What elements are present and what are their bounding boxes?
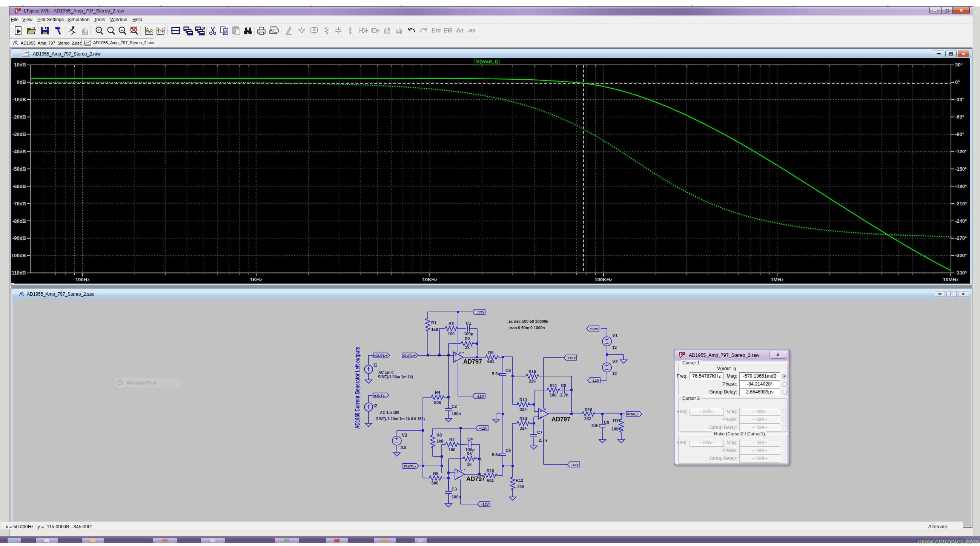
svg-text:−: − bbox=[120, 27, 123, 33]
svg-text:-90dB: -90dB bbox=[13, 235, 26, 241]
svg-text:−: − bbox=[464, 468, 466, 471]
svg-text:C6: C6 bbox=[506, 448, 511, 453]
svg-text:+12V: +12V bbox=[567, 356, 576, 360]
svg-text:R11: R11 bbox=[550, 383, 557, 388]
svg-text:5.6n: 5.6n bbox=[492, 372, 500, 376]
svg-text:IOUTL+: IOUTL+ bbox=[374, 353, 387, 358]
svg-text:100n: 100n bbox=[452, 495, 461, 499]
svg-text:R5: R5 bbox=[433, 471, 438, 476]
svg-text:AC 1m 0: AC 1m 0 bbox=[379, 370, 393, 375]
svg-text:R16: R16 bbox=[585, 407, 592, 412]
svg-text:1k8: 1k8 bbox=[436, 439, 443, 443]
svg-text:100p: 100p bbox=[464, 332, 473, 336]
svg-text:SINE(-3.24m 1m 1k 0 0 180): SINE(-3.24m 1m 1k 0 0 180) bbox=[376, 417, 425, 421]
svg-text:R6: R6 bbox=[467, 452, 472, 456]
svg-text:R14: R14 bbox=[519, 417, 527, 421]
svg-text:-240°: -240° bbox=[955, 218, 967, 224]
svg-text:-60°: -60° bbox=[955, 114, 964, 120]
svg-text:I2: I2 bbox=[374, 403, 377, 409]
svg-text:C1: C1 bbox=[466, 321, 471, 326]
svg-text:+: + bbox=[540, 415, 542, 420]
svg-text:R9: R9 bbox=[488, 350, 493, 355]
svg-text:806: 806 bbox=[431, 481, 438, 485]
svg-text:2.7n: 2.7n bbox=[560, 393, 568, 397]
svg-text:-12V: -12V bbox=[476, 394, 484, 398]
svg-text:C4: C4 bbox=[468, 437, 473, 441]
svg-text:R1: R1 bbox=[431, 321, 436, 325]
svg-text:−: − bbox=[547, 407, 549, 411]
svg-text:AC 1m 180: AC 1m 180 bbox=[380, 410, 399, 415]
svg-text:IOUTL-: IOUTL- bbox=[374, 393, 386, 398]
svg-text:IOUTL+: IOUTL+ bbox=[402, 353, 415, 358]
svg-text:A: A bbox=[313, 27, 316, 32]
svg-text:V3: V3 bbox=[402, 433, 407, 438]
svg-text:-330°: -330° bbox=[955, 270, 967, 276]
svg-text:V(vout_l): V(vout_l) bbox=[476, 59, 498, 64]
svg-text:R7: R7 bbox=[449, 437, 455, 442]
svg-text:+: + bbox=[97, 27, 100, 33]
svg-text:I1: I1 bbox=[374, 362, 377, 368]
svg-text:R13: R13 bbox=[519, 398, 527, 402]
svg-text:V2: V2 bbox=[612, 359, 618, 364]
svg-text:100KHz: 100KHz bbox=[595, 277, 612, 283]
svg-text:-90°: -90° bbox=[955, 131, 964, 137]
svg-text:5.6n: 5.6n bbox=[492, 452, 500, 457]
svg-text:C5: C5 bbox=[506, 368, 511, 373]
svg-text:681: 681 bbox=[487, 359, 494, 364]
svg-text:100: 100 bbox=[550, 393, 557, 397]
svg-text:2.7n: 2.7n bbox=[539, 438, 547, 442]
svg-text:Em: Em bbox=[431, 27, 441, 34]
svg-text:2k: 2k bbox=[465, 345, 470, 350]
svg-text:-50dB: -50dB bbox=[13, 166, 26, 172]
svg-text:-10dB: -10dB bbox=[13, 97, 26, 102]
svg-text:2k: 2k bbox=[467, 462, 472, 466]
svg-text:R12: R12 bbox=[515, 478, 523, 482]
svg-text:-70dB: -70dB bbox=[13, 201, 26, 206]
svg-text:-40dB: -40dB bbox=[13, 149, 26, 155]
svg-text:+: + bbox=[455, 359, 457, 363]
svg-text:+12V: +12V bbox=[476, 310, 485, 314]
svg-text:C8: C8 bbox=[561, 383, 566, 388]
svg-text:324: 324 bbox=[520, 426, 527, 431]
svg-text:-150°: -150° bbox=[955, 166, 967, 172]
svg-text:0dB: 0dB bbox=[17, 79, 26, 85]
svg-text:-210°: -210° bbox=[955, 201, 967, 206]
svg-text:C2: C2 bbox=[452, 404, 457, 409]
svg-text:-180°: -180° bbox=[955, 184, 967, 189]
svg-text:R8: R8 bbox=[436, 433, 442, 437]
svg-text:IOUTL-: IOUTL- bbox=[404, 464, 416, 468]
svg-text:3.9n: 3.9n bbox=[592, 423, 600, 428]
svg-text:+12V: +12V bbox=[590, 327, 599, 331]
svg-text:10KHz: 10KHz bbox=[423, 277, 438, 283]
svg-text:100n: 100n bbox=[452, 412, 461, 416]
svg-text:.ac dec 100 50 10000k: .ac dec 100 50 10000k bbox=[508, 319, 549, 324]
svg-text:SINE(-3.24m 1m 1k): SINE(-3.24m 1m 1k) bbox=[378, 375, 413, 379]
svg-text:332: 332 bbox=[584, 417, 591, 421]
svg-text:V1: V1 bbox=[612, 333, 618, 338]
svg-text:30°: 30° bbox=[955, 62, 963, 68]
svg-text:-12V: -12V bbox=[481, 502, 489, 506]
svg-text:-30°: -30° bbox=[955, 97, 964, 102]
svg-text:C9: C9 bbox=[604, 420, 609, 425]
svg-text:100: 100 bbox=[449, 447, 455, 452]
svg-text:+: + bbox=[456, 476, 458, 480]
svg-text:100k: 100k bbox=[611, 427, 621, 431]
svg-text:+: + bbox=[540, 409, 542, 413]
svg-text:;tran 0 50m 0 1000n: ;tran 0 50m 0 1000n bbox=[508, 326, 545, 330]
svg-text:2.8: 2.8 bbox=[401, 445, 406, 450]
svg-text:AD797: AD797 bbox=[463, 358, 482, 365]
svg-text:12: 12 bbox=[612, 345, 617, 350]
svg-text:+: + bbox=[455, 353, 457, 357]
svg-text:-120°: -120° bbox=[955, 149, 967, 155]
svg-text:-300°: -300° bbox=[955, 252, 967, 258]
svg-text:Aa: Aa bbox=[456, 27, 464, 34]
svg-text:10MHz: 10MHz bbox=[943, 277, 959, 283]
svg-text:226: 226 bbox=[517, 484, 524, 489]
svg-text:-60dB: -60dB bbox=[13, 184, 26, 189]
svg-text:+: + bbox=[456, 470, 458, 474]
svg-text:-12V: -12V bbox=[571, 463, 579, 467]
svg-text:C3: C3 bbox=[452, 487, 457, 491]
svg-text:1MHz: 1MHz bbox=[771, 277, 783, 283]
svg-text:−: − bbox=[462, 350, 464, 354]
svg-text:Window Snip: Window Snip bbox=[127, 380, 156, 386]
